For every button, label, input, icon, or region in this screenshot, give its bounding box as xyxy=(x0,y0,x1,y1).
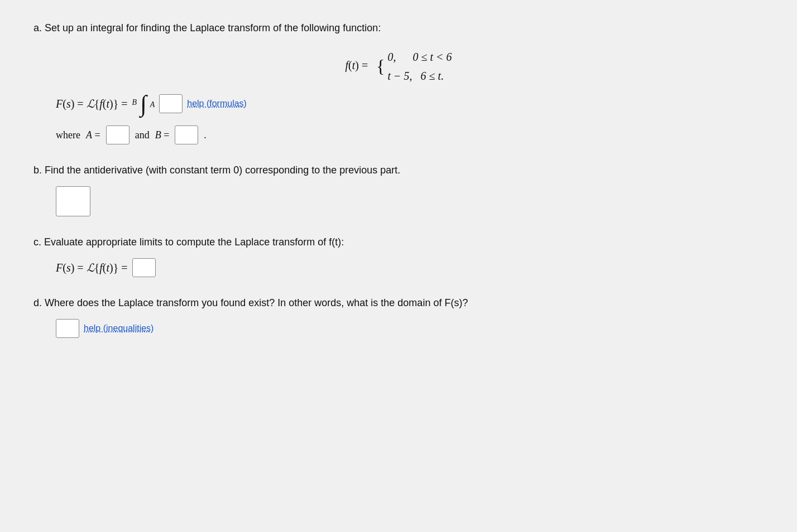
laplace-result-input[interactable] xyxy=(132,258,156,277)
b-label: B = xyxy=(155,129,170,141)
part-d-label: d. Where does the Laplace transform you … xyxy=(33,297,764,309)
part-d-answer-wrap: help (inequalities) xyxy=(56,319,764,338)
part-c-label: c. Evaluate appropriate limits to comput… xyxy=(33,236,764,248)
func-rhs-paren: ) = xyxy=(355,59,368,71)
integral-upper-limit: B xyxy=(132,98,137,107)
a-label: A = xyxy=(86,129,100,141)
function-definition: f(t) = { 0, 0 ≤ t < 6 t − 5, 6 ≤ t. xyxy=(33,47,764,85)
b-input[interactable] xyxy=(175,125,198,144)
piecewise-brace: { xyxy=(376,56,385,76)
part-d: d. Where does the Laplace transform you … xyxy=(33,297,764,338)
period: . xyxy=(204,129,207,141)
integral-symbol-group: B ∫ A xyxy=(132,92,155,115)
piecewise-row-2: t − 5, 6 ≤ t. xyxy=(388,70,444,82)
where-ab-line: where A = and B = . xyxy=(56,125,764,144)
help-inequalities-link[interactable]: help (inequalities) xyxy=(84,323,153,333)
part-c: c. Evaluate appropriate limits to comput… xyxy=(33,236,764,277)
piecewise-row-1: 0, 0 ≤ t < 6 xyxy=(388,51,452,63)
integral-expression-line: F(s) = ℒ{f(t)} = B ∫ A help (formulas) xyxy=(56,92,764,115)
part-b: b. Find the antiderivative (with constan… xyxy=(33,165,764,216)
a-input[interactable] xyxy=(106,125,129,144)
piecewise-cases: 0, 0 ≤ t < 6 t − 5, 6 ≤ t. xyxy=(388,47,452,85)
and-text: and xyxy=(135,129,150,141)
part-c-expr: F(s) = ℒ{f(t)} = xyxy=(56,258,764,277)
part-c-lhs: F(s) = ℒ{f(t)} = xyxy=(56,261,128,274)
antiderivative-input[interactable] xyxy=(56,186,90,216)
part-a: a. Set up an integral for finding the La… xyxy=(33,22,764,144)
integral-sign: ∫ xyxy=(140,92,147,115)
where-text: where xyxy=(56,129,80,141)
part-b-label: b. Find the antiderivative (with constan… xyxy=(33,165,764,176)
func-lhs-paren: ( xyxy=(348,59,352,71)
integrand-input[interactable] xyxy=(159,94,183,113)
part-a-label: a. Set up an integral for finding the La… xyxy=(33,22,764,34)
help-formulas-link[interactable]: help (formulas) xyxy=(187,99,247,109)
integral-lower-limit: A xyxy=(150,100,155,109)
part-b-answer-wrap xyxy=(56,186,764,216)
domain-input[interactable] xyxy=(56,319,79,338)
integral-lhs-text: F(s) = ℒ{f(t)} = xyxy=(56,97,128,110)
